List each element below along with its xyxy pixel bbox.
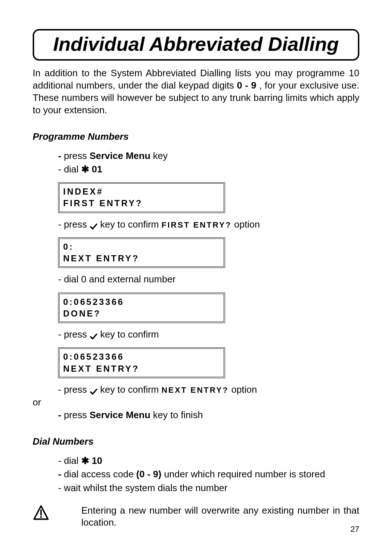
lcd-line: 0:06523366: [63, 296, 220, 308]
step-text: - dial: [58, 164, 81, 175]
step-dial-01: - dial ✱ 01: [58, 163, 359, 176]
lcd-display-3: 0:06523366 DONE?: [58, 293, 225, 323]
dial-steps: - dial ✱ 10 - dial access code (0 - 9) u…: [58, 454, 359, 494]
step-text: under which required number is stored: [162, 469, 325, 479]
warning-block: Entering a new number will overwrite any…: [33, 505, 359, 529]
step-text: option: [229, 384, 257, 395]
or-separator: or: [33, 397, 359, 408]
lcd-display-2: 0: NEXT ENTRY?: [58, 237, 225, 268]
step-text: - press: [58, 329, 90, 340]
page-number: 27: [351, 525, 359, 534]
step-text: - dial 0 and external number: [58, 274, 176, 285]
intro-bold-range: 0 - 9: [237, 80, 256, 91]
step-text: key to confirm: [100, 329, 159, 340]
page-title-box: Individual Abbreviated Dialling: [33, 29, 359, 61]
service-menu-key: Service Menu: [90, 150, 151, 161]
step-text: - press: [58, 384, 90, 395]
star-key-icon: ✱: [81, 164, 89, 175]
intro-paragraph: In addition to the System Abbreviated Di…: [33, 67, 359, 116]
lcd-line: 0:: [63, 241, 220, 253]
dial-code: 10: [89, 455, 102, 466]
step-press-service-menu: - press Service Menu key: [58, 150, 359, 162]
lcd-line: 0:06523366: [63, 351, 220, 363]
step-text: option: [232, 219, 260, 230]
lcd-line: NEXT ENTRY?: [63, 363, 220, 375]
step-dial-access-code: - dial access code (0 - 9) under which r…: [58, 468, 359, 481]
step-confirm-done: - press key to confirm: [58, 328, 359, 341]
document-page: Individual Abbreviated Dialling In addit…: [0, 0, 392, 555]
lcd-line: FIRST ENTRY?: [63, 197, 220, 209]
svg-point-1: [40, 516, 42, 518]
service-menu-key: Service Menu: [90, 409, 151, 420]
section-title-dial: Dial Numbers: [33, 436, 359, 447]
inline-lcd-text: FIRST ENTRY?: [162, 220, 232, 229]
access-code-range: (0 - 9): [136, 469, 161, 479]
step-text: press: [64, 150, 90, 161]
step-confirm-next-entry: - press key to confirm NEXT ENTRY? optio…: [58, 383, 359, 396]
step-dial-0-external: - dial 0 and external number: [58, 273, 359, 286]
dial-code: 01: [89, 164, 102, 175]
step-text: dial access code: [64, 469, 136, 479]
step-wait-dial: - wait whilst the system dials the numbe…: [58, 482, 359, 494]
step-text: key to confirm: [100, 384, 162, 395]
step-text: key to confirm: [100, 219, 162, 230]
step-dash: -: [58, 469, 64, 479]
lcd-line: DONE?: [63, 308, 220, 319]
star-key-icon: ✱: [81, 455, 89, 466]
step-text: - wait whilst the system dials the numbe…: [58, 482, 228, 493]
step-text: key to finish: [150, 409, 203, 420]
step-press-service-menu-finish: - press Service Menu key to finish: [58, 409, 359, 421]
section-title-programme: Programme Numbers: [33, 131, 359, 142]
step-text: key: [150, 150, 168, 161]
lcd-line: NEXT ENTRY?: [63, 253, 220, 264]
lcd-line: INDEX#: [63, 186, 220, 197]
page-title: Individual Abbreviated Dialling: [43, 33, 349, 55]
check-icon: [90, 331, 98, 339]
warning-icon: [33, 505, 49, 521]
step-confirm-first-entry: - press key to confirm FIRST ENTRY? opti…: [58, 218, 359, 231]
programme-steps: - press Service Menu key - dial ✱ 01 IND…: [58, 150, 359, 396]
check-icon: [90, 386, 98, 394]
warning-text: Entering a new number will overwrite any…: [81, 505, 359, 529]
step-text: - dial: [58, 455, 81, 466]
lcd-display-1: INDEX# FIRST ENTRY?: [58, 182, 225, 213]
lcd-display-4: 0:06523366 NEXT ENTRY?: [58, 347, 225, 378]
inline-lcd-text: NEXT ENTRY?: [162, 385, 229, 395]
step-dial-10: - dial ✱ 10: [58, 454, 359, 467]
step-dash: -: [58, 409, 64, 420]
step-text: press: [64, 409, 90, 420]
check-icon: [90, 221, 98, 229]
step-dash: -: [58, 150, 64, 161]
programme-steps-finish: - press Service Menu key to finish: [58, 409, 359, 421]
step-text: - press: [58, 219, 90, 230]
